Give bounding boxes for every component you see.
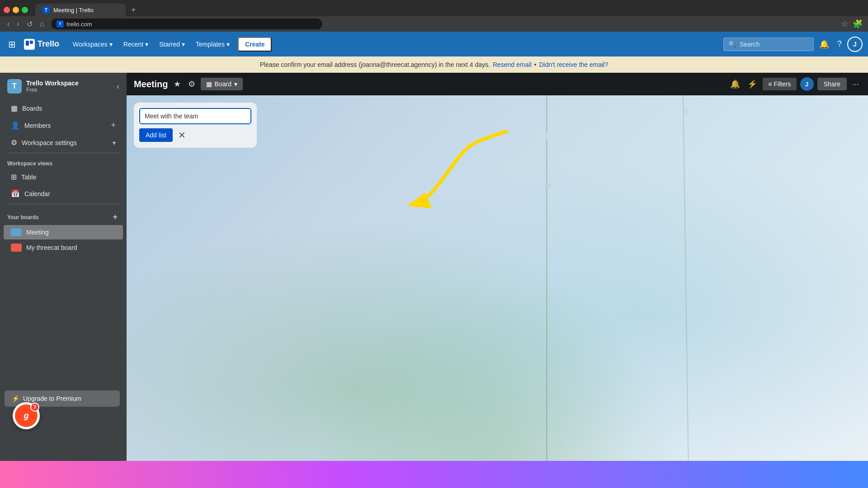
address-bar: ‹ › ↺ ⌂ T trello.com ☆ 🧩 — [0, 16, 868, 32]
recent-menu[interactable]: Recent ▾ — [119, 38, 153, 51]
templates-chevron: ▾ — [226, 41, 230, 48]
maximize-window-button[interactable] — [22, 7, 28, 13]
annotation-arrow — [393, 122, 520, 215]
sidebar-item-table[interactable]: ⊞ Table — [4, 169, 123, 185]
nav-right: 🔍 Search 🔔 ? J — [723, 37, 863, 52]
search-placeholder: Search — [740, 41, 760, 48]
resend-email-link[interactable]: Resend email — [493, 61, 532, 68]
star-icon[interactable]: ★ — [172, 77, 183, 91]
extensions-icon[interactable]: 🧩 — [853, 19, 863, 29]
list-actions: Add list ✕ — [139, 128, 251, 142]
no-receive-link[interactable]: Didn't receive the email? — [539, 61, 608, 68]
close-window-button[interactable] — [4, 7, 10, 13]
table-label: Table — [21, 174, 36, 181]
help-icon[interactable]: ? — [835, 37, 844, 52]
starred-menu[interactable]: Starred ▾ — [155, 38, 189, 51]
sidebar-item-calendar[interactable]: 📅 Calendar — [4, 186, 123, 202]
refresh-button[interactable]: ↺ — [25, 19, 34, 29]
members-add-icon[interactable]: + — [111, 121, 116, 130]
sidebar-collapse-icon[interactable]: ‹ — [117, 82, 119, 91]
workspaces-label: Workspaces — [73, 41, 108, 48]
boards-label: Boards — [22, 105, 42, 112]
sidebar-item-boards[interactable]: ▦ Boards — [4, 100, 123, 116]
sidebar-item-workspace-settings[interactable]: ⚙ Workspace settings ▾ — [4, 135, 123, 150]
browser-actions: ☆ 🧩 — [841, 19, 863, 29]
workspace-icon: T — [7, 79, 22, 94]
add-list-button[interactable]: Add list — [139, 128, 173, 142]
bookmark-icon[interactable]: ☆ — [841, 19, 848, 29]
workspaces-menu[interactable]: Workspaces ▾ — [68, 38, 117, 51]
confirmation-banner: Please confirm your email address (joann… — [0, 56, 868, 73]
trello-logo-text: Trello — [38, 39, 59, 49]
workspace-info: Trello Workspace Free — [26, 80, 112, 93]
board-member-avatar[interactable]: J — [800, 77, 814, 91]
new-tab-button[interactable]: + — [127, 4, 140, 17]
share-button[interactable]: Share — [817, 78, 847, 90]
trello-logo-icon — [24, 39, 35, 50]
filters-button[interactable]: ≡ Filters — [763, 78, 796, 90]
home-button[interactable]: ⌂ — [38, 19, 46, 29]
board-view-button[interactable]: ▦ Board ▾ — [201, 78, 243, 90]
workspace-views-label: Workspace views — [7, 160, 52, 167]
forward-button[interactable]: › — [15, 19, 21, 29]
add-list-card: Add list ✕ — [134, 103, 257, 148]
more-icon[interactable]: ··· — [850, 78, 861, 91]
board-name-meeting: Meeting — [26, 229, 49, 236]
calendar-icon: 📅 — [11, 189, 20, 198]
templates-menu[interactable]: Templates ▾ — [191, 38, 234, 51]
search-icon: 🔍 — [728, 41, 736, 48]
add-board-icon[interactable]: + — [111, 211, 119, 223]
members-label: Members — [24, 122, 51, 129]
boards-icon: ▦ — [11, 104, 18, 113]
workspace-settings-label: Workspace settings — [22, 139, 77, 146]
settings-icon: ⚙ — [11, 138, 17, 147]
search-bar[interactable]: 🔍 Search — [723, 38, 814, 51]
view-icon: ▦ — [206, 80, 212, 88]
svg-rect-1 — [30, 41, 33, 44]
upgrade-label: Upgrade to Premium — [23, 395, 81, 402]
board-item-meeting[interactable]: Meeting — [4, 225, 123, 239]
recent-label: Recent — [123, 41, 143, 48]
recent-chevron: ▾ — [145, 41, 148, 48]
banner-separator: • — [534, 61, 537, 68]
traffic-lights — [4, 7, 28, 13]
filters-label: Filters — [774, 80, 791, 88]
workspace-header[interactable]: T Trello Workspace Free ‹ — [0, 73, 127, 100]
cancel-add-list-button[interactable]: ✕ — [176, 128, 188, 142]
sidebar-item-members[interactable]: 👤 Members + — [4, 117, 123, 134]
browser-chrome: T Meeting | Trello + ‹ › ↺ ⌂ T trello.co… — [0, 0, 868, 32]
list-name-input[interactable] — [139, 108, 251, 124]
starred-chevron: ▾ — [182, 41, 185, 48]
board-color-meeting — [11, 228, 22, 236]
minimize-window-button[interactable] — [13, 7, 19, 13]
board-header: Meeting ★ ⚙ ▦ Board ▾ 🔔 ⚡ ≡ Filters J Sh — [127, 73, 868, 95]
board-title[interactable]: Meeting — [134, 79, 168, 89]
automation-icon[interactable]: ⚙ — [186, 77, 197, 91]
upgrade-icon: ⚡ — [12, 395, 19, 402]
board-color-threecat — [11, 244, 22, 252]
url-bar[interactable]: T trello.com — [51, 19, 322, 29]
board-item-threecat[interactable]: My threecat board — [4, 240, 123, 255]
board-name-threecat: My threecat board — [26, 244, 77, 251]
active-tab[interactable]: T Meeting | Trello — [35, 4, 126, 16]
banner-text: Please confirm your email address (joann… — [260, 61, 490, 68]
g2-notification-count: 7 — [30, 403, 39, 412]
filter-icon: ≡ — [768, 80, 772, 88]
main-area: T Trello Workspace Free ‹ ▦ Boards 👤 Mem… — [0, 73, 868, 461]
create-button[interactable]: Create — [238, 37, 272, 52]
view-label: Board — [215, 80, 231, 88]
table-icon: ⊞ — [11, 173, 17, 181]
lightning-icon[interactable]: ⚡ — [745, 77, 759, 91]
top-nav: ⊞ Trello Workspaces ▾ Recent ▾ Starred ▾… — [0, 32, 868, 56]
view-dropdown-icon: ▾ — [234, 80, 237, 88]
user-avatar[interactable]: J — [847, 37, 863, 52]
tab-title: Meeting | Trello — [53, 7, 94, 14]
notifications-icon[interactable]: 🔔 — [816, 37, 832, 52]
back-button[interactable]: ‹ — [5, 19, 11, 29]
watch-icon[interactable]: 🔔 — [728, 77, 742, 91]
tab-favicon-icon: T — [42, 6, 50, 14]
app: ⊞ Trello Workspaces ▾ Recent ▾ Starred ▾… — [0, 32, 868, 488]
g2-badge[interactable]: g 7 — [13, 402, 40, 429]
trello-logo[interactable]: Trello — [20, 36, 63, 52]
grid-icon[interactable]: ⊞ — [5, 36, 19, 52]
